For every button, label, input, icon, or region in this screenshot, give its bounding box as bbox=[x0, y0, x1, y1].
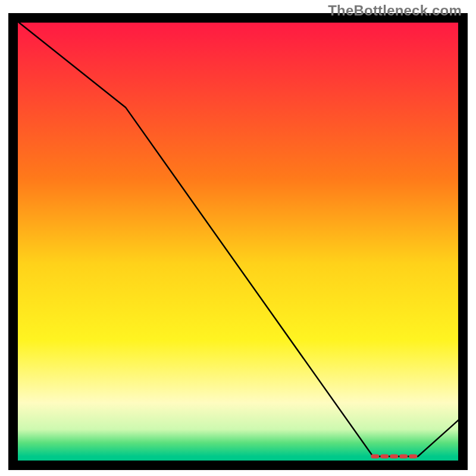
chart-svg bbox=[0, 0, 476, 476]
watermark-text: TheBottleneck.com bbox=[328, 2, 462, 19]
bottleneck-chart: TheBottleneck.com bbox=[0, 0, 476, 476]
chart-background bbox=[13, 18, 463, 465]
